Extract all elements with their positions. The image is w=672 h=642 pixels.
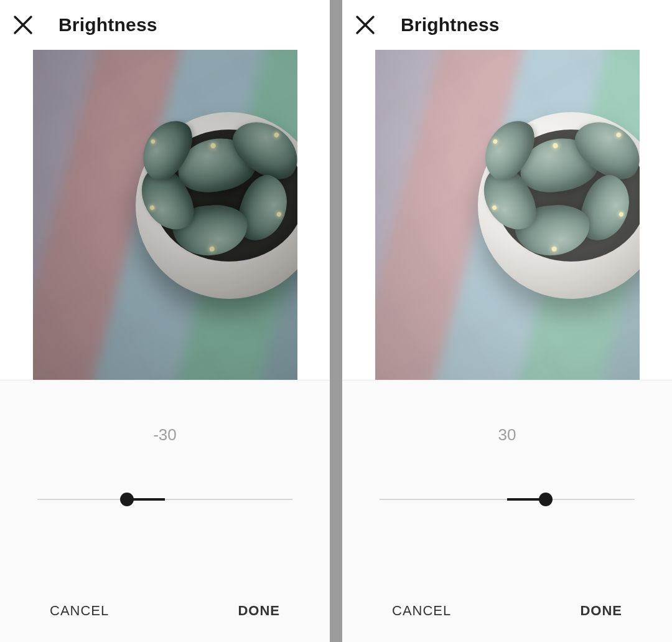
done-button[interactable]: DONE <box>580 603 622 619</box>
image-preview-area <box>342 50 672 380</box>
footer: CANCEL DONE <box>342 586 672 642</box>
slider-track <box>37 499 292 500</box>
brightness-value: 30 <box>342 425 672 445</box>
image-preview-area <box>0 50 330 380</box>
close-icon[interactable] <box>12 14 34 35</box>
preview-image <box>33 50 297 380</box>
panel-divider <box>330 0 342 642</box>
slider-thumb[interactable] <box>120 493 134 506</box>
cancel-button[interactable]: CANCEL <box>392 603 451 619</box>
cancel-button[interactable]: CANCEL <box>50 603 109 619</box>
controls-area: -30 CANCEL DONE <box>0 380 330 642</box>
brightness-slider[interactable] <box>37 493 292 506</box>
done-button[interactable]: DONE <box>238 603 280 619</box>
slider-thumb[interactable] <box>539 493 553 506</box>
preview-image <box>375 50 640 380</box>
comparison-container: Brightness -30 CANCEL <box>0 0 672 642</box>
controls-area: 30 CANCEL DONE <box>342 380 672 642</box>
editor-panel-right: Brightness 30 CANCEL <box>342 0 672 642</box>
header: Brightness <box>342 0 672 50</box>
brightness-slider[interactable] <box>380 493 635 506</box>
screen-title: Brightness <box>58 14 157 35</box>
brightness-value: -30 <box>0 425 330 445</box>
screen-title: Brightness <box>401 14 500 35</box>
editor-panel-left: Brightness -30 CANCEL <box>0 0 330 642</box>
close-icon[interactable] <box>355 14 376 35</box>
header: Brightness <box>0 0 330 50</box>
footer: CANCEL DONE <box>0 586 330 642</box>
